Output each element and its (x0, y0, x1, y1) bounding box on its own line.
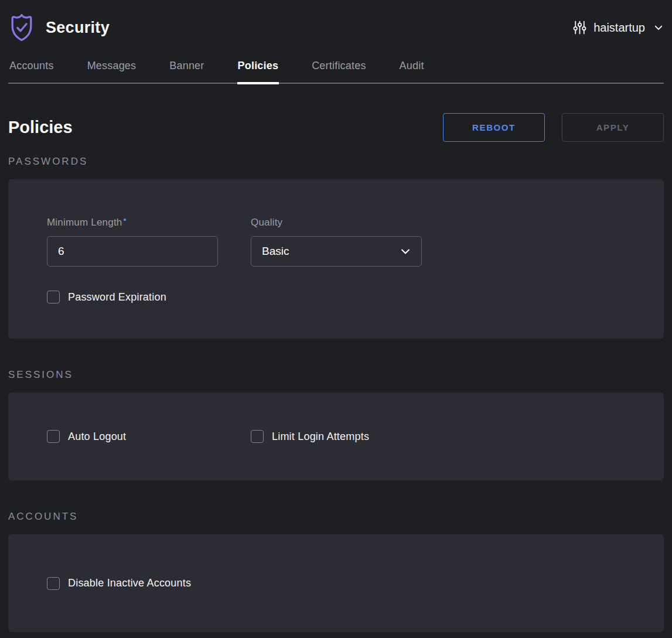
tab-certificates[interactable]: Certificates (312, 52, 366, 83)
auto-logout-label: Auto Logout (68, 431, 126, 443)
chevron-down-icon (400, 245, 411, 257)
apply-button[interactable]: APPLY (562, 113, 664, 142)
tab-bar: Accounts Messages Banner Policies Certif… (8, 52, 664, 84)
checkbox-box[interactable] (47, 430, 60, 443)
minimum-length-field: Minimum Length• (47, 217, 218, 267)
sessions-section-heading: SESSIONS (8, 369, 664, 381)
accounts-section-heading: ACCOUNTS (8, 511, 664, 523)
checkbox-box[interactable] (47, 577, 60, 590)
passwords-card: Minimum Length• Quality Basic Password (8, 179, 664, 339)
page-actions: REBOOT APPLY (443, 113, 664, 142)
tab-policies[interactable]: Policies (238, 52, 279, 83)
quality-select-value: Basic (262, 245, 289, 258)
disable-inactive-accounts-checkbox[interactable]: Disable Inactive Accounts (47, 577, 191, 590)
user-name: haistartup (593, 21, 645, 35)
quality-label: Quality (251, 217, 422, 228)
page-head: Policies REBOOT APPLY (8, 113, 664, 142)
password-expiration-checkbox[interactable]: Password Expiration (47, 291, 664, 303)
required-dot: • (123, 214, 126, 224)
app-header: Security haistartup (8, 0, 664, 52)
accounts-card: Disable Inactive Accounts (8, 534, 664, 632)
passwords-section-heading: PASSWORDS (8, 156, 664, 168)
limit-login-attempts-label: Limit Login Attempts (272, 431, 369, 443)
page-title: Policies (8, 118, 73, 137)
checkbox-box[interactable] (251, 430, 264, 443)
tab-accounts[interactable]: Accounts (9, 52, 54, 83)
minimum-length-input[interactable] (47, 236, 218, 267)
tab-banner[interactable]: Banner (169, 52, 204, 83)
checkbox-box[interactable] (47, 291, 60, 303)
quality-field: Quality Basic (251, 217, 422, 267)
reboot-button[interactable]: REBOOT (443, 113, 545, 142)
security-page: Security haistartup Accounts Messages Ba… (0, 0, 672, 632)
limit-login-attempts-checkbox[interactable]: Limit Login Attempts (251, 430, 369, 443)
shield-check-icon (8, 13, 35, 42)
tab-messages[interactable]: Messages (87, 52, 137, 83)
passwords-fields-row: Minimum Length• Quality Basic (47, 217, 664, 267)
disable-inactive-accounts-label: Disable Inactive Accounts (68, 577, 191, 589)
settings-sliders-icon (572, 20, 587, 35)
minimum-length-label: Minimum Length• (47, 217, 218, 228)
tab-audit[interactable]: Audit (400, 52, 424, 83)
quality-select[interactable]: Basic (251, 236, 422, 267)
app-title: Security (46, 19, 110, 37)
sessions-card: Auto Logout Limit Login Attempts (8, 393, 664, 480)
auto-logout-checkbox[interactable]: Auto Logout (47, 430, 251, 443)
chevron-down-icon (653, 22, 664, 33)
app-header-left: Security (8, 13, 110, 42)
password-expiration-label: Password Expiration (68, 291, 166, 303)
user-menu[interactable]: haistartup (572, 20, 664, 35)
